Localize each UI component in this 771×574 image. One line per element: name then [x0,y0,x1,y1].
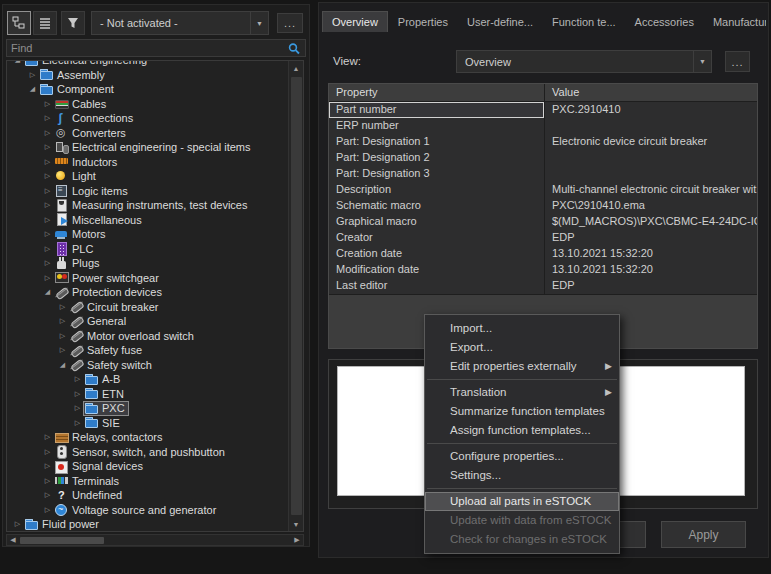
value-cell[interactable]: PXC.2910410 [545,102,757,118]
tree-item-electrical-engineering-special-items[interactable]: ▷Electrical engineering - special items [7,140,288,155]
tree-item-converters[interactable]: ▷Converters [7,126,288,141]
tree-item-body[interactable]: Motor overload switch [68,328,198,343]
value-cell[interactable]: Electronic device circuit breaker [545,134,757,150]
tree-item-voltage-source-and-generator[interactable]: ▷Voltage source and generator [7,503,288,518]
collapsed-arrow-icon[interactable]: ▷ [42,216,53,224]
tree-item-pxc[interactable]: ▷PXC [7,401,288,416]
tree-item-body[interactable]: Circuit breaker [68,299,163,314]
table-row[interactable]: Part: Designation 1Electronic device cir… [329,134,757,150]
menu-item-import[interactable]: Import... [425,319,619,338]
property-cell[interactable]: ERP number [329,118,545,134]
tree-item-light[interactable]: ▷Light [7,169,288,184]
tree-item-body[interactable]: Protection devices [53,285,166,300]
tree-item-body[interactable]: Voltage source and generator [53,502,220,517]
tree-item-circuit-breaker[interactable]: ▷Circuit breaker [7,300,288,315]
collapsed-arrow-icon[interactable]: ▷ [12,520,23,528]
tree-item-body[interactable]: Safety switch [68,357,156,372]
menu-item-configure-properties[interactable]: Configure properties... [425,447,619,466]
menu-item-summarize-function-templates[interactable]: Summarize function templates [425,402,619,421]
tree-item-terminals[interactable]: ▷Terminals [7,474,288,489]
collapsed-arrow-icon[interactable]: ▷ [42,100,53,108]
table-row[interactable]: ERP number [329,118,757,134]
tree-item-body[interactable]: PLC [53,241,97,256]
tree-item-body[interactable]: Undefined [53,488,126,503]
table-row[interactable]: Last editorEDP [329,278,757,294]
property-cell[interactable]: Schematic macro [329,198,545,214]
tree-item-body[interactable]: Cables [53,96,110,111]
tree-item-inductors[interactable]: ▷Inductors [7,155,288,170]
table-row[interactable]: Part: Designation 3 [329,166,757,182]
menu-item-upload-all-parts-in-estock[interactable]: Upload all parts in eSTOCK [425,492,619,511]
collapsed-arrow-icon[interactable]: ▷ [42,491,53,499]
collapsed-arrow-icon[interactable]: ▷ [42,230,53,238]
filter-more-button[interactable]: ... [277,13,303,33]
collapsed-arrow-icon[interactable]: ▷ [42,506,53,514]
table-row[interactable]: Schematic macroPXC\2910410.ema [329,198,757,214]
tree-item-safety-fuse[interactable]: ▷Safety fuse [7,343,288,358]
search-icon[interactable] [287,42,305,55]
tree-item-body[interactable]: Plugs [53,256,104,271]
tree-item-component[interactable]: ◢Component [7,82,288,97]
scroll-down-icon[interactable]: ▼ [289,517,303,531]
collapsed-arrow-icon[interactable]: ▷ [57,303,68,311]
collapsed-arrow-icon[interactable]: ▷ [72,375,83,383]
tab-accessories[interactable]: Accessories [626,12,703,32]
value-cell[interactable] [545,118,757,134]
property-cell[interactable]: Part: Designation 3 [329,166,545,182]
menu-item-edit-properties-externally[interactable]: Edit properties externally▶ [425,357,619,376]
tab-user-define[interactable]: User-define... [458,12,542,32]
menu-item-export[interactable]: Export... [425,338,619,357]
property-cell[interactable]: Part: Designation 2 [329,150,545,166]
column-header-value[interactable]: Value [545,84,757,101]
tree-item-power-switchgear[interactable]: ▷Power switchgear [7,271,288,286]
tree-item-body[interactable]: Miscellaneous [53,212,146,227]
table-row[interactable]: Part numberPXC.2910410 [329,102,757,118]
tree-item-body[interactable]: Measuring instruments, test devices [53,198,251,213]
value-cell[interactable]: EDP [545,278,757,294]
tree-item-body[interactable]: Motors [53,227,110,242]
tree-item-body[interactable]: Signal devices [53,459,147,474]
collapsed-arrow-icon[interactable]: ▷ [42,259,53,267]
tree-hscroll-thumb[interactable] [20,537,104,544]
tree-item-body[interactable]: SIE [83,415,124,430]
scroll-right-icon[interactable]: ▶ [291,535,303,545]
property-cell[interactable]: Graphical macro [329,214,545,230]
tree-item-safety-switch[interactable]: ◢Safety switch [7,358,288,373]
collapsed-arrow-icon[interactable]: ▷ [42,114,53,122]
view-dropdown[interactable]: Overview ▼ [456,50,712,73]
view-more-button[interactable]: ... [725,51,750,72]
chevron-down-icon[interactable]: ▼ [693,51,711,72]
value-cell[interactable]: EDP [545,230,757,246]
tab-manufactur[interactable]: Manufactur... [704,12,766,32]
collapsed-arrow-icon[interactable]: ▷ [57,346,68,354]
table-row[interactable]: DescriptionMulti-channel electronic circ… [329,182,757,198]
expanded-arrow-icon[interactable]: ◢ [12,61,23,64]
collapsed-arrow-icon[interactable]: ▷ [57,317,68,325]
find-field[interactable] [6,39,306,57]
tree-item-sie[interactable]: ▷SIE [7,416,288,431]
tree-item-body[interactable]: Terminals [53,473,123,488]
tree-item-body[interactable]: ETN [83,386,128,401]
table-row[interactable]: Modification date13.10.2021 15:32:20 [329,262,757,278]
tree-item-relays-contactors[interactable]: ▷Relays, contactors [7,430,288,445]
tree-item-body[interactable]: Electrical engineering - special items [53,140,255,155]
property-cell[interactable]: Part number [329,102,545,118]
property-cell[interactable]: Description [329,182,545,198]
tree-item-body[interactable]: Assembly [38,67,109,82]
tree-item-protection-devices[interactable]: ◢Protection devices [7,285,288,300]
tree-item-motor-overload-switch[interactable]: ▷Motor overload switch [7,329,288,344]
collapsed-arrow-icon[interactable]: ▷ [72,419,83,427]
collapsed-arrow-icon[interactable]: ▷ [27,71,38,79]
tree-item-body[interactable]: Safety fuse [68,343,146,358]
property-cell[interactable]: Modification date [329,262,545,278]
tree-item-body[interactable]: PXC [83,401,129,416]
filter-scheme-dropdown[interactable]: - Not activated - ▼ [91,11,269,35]
property-cell[interactable]: Creator [329,230,545,246]
tree-item-sensor-switch-and-pushbutton[interactable]: ▷Sensor, switch, and pushbutton [7,445,288,460]
filter-button[interactable] [61,11,85,35]
collapsed-arrow-icon[interactable]: ▷ [42,448,53,456]
tree-vscroll-thumb[interactable] [291,77,302,515]
tree-item-body[interactable]: Logic items [53,183,132,198]
value-cell[interactable]: Multi-channel electronic circuit breaker… [545,182,757,198]
tree-item-body[interactable]: Sensor, switch, and pushbutton [53,444,229,459]
